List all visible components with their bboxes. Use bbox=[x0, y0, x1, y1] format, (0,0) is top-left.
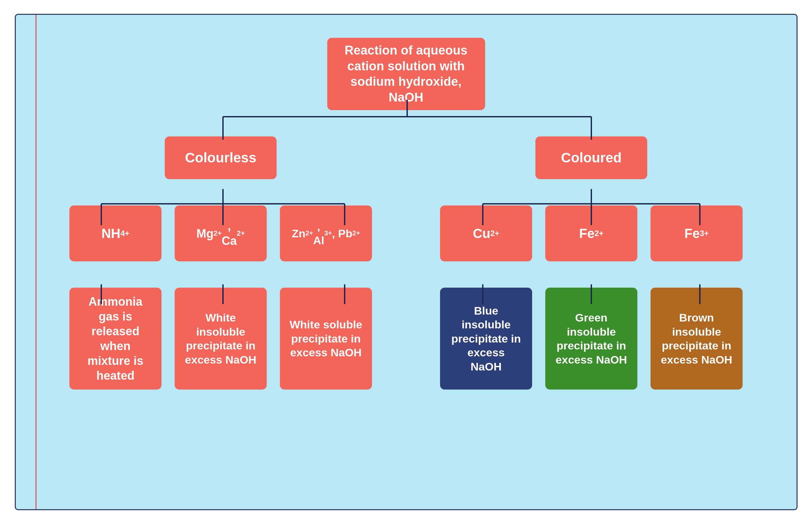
level2-row: NH4+ Mg2+,Ca2+ Zn2+,Al3+, Pb2+ Cu2+ Fe2+… bbox=[35, 206, 777, 261]
brown-node: Brown insoluble precipitate in excess Na… bbox=[651, 288, 743, 390]
level1-row: Colourless Coloured bbox=[35, 136, 777, 179]
coloured-results: Blue insoluble precipitate in excess NaO… bbox=[406, 288, 777, 390]
cu2-node: Cu2+ bbox=[440, 206, 532, 261]
root-level: Reaction of aqueous cation solution with… bbox=[327, 38, 485, 110]
coloured-node: Coloured bbox=[535, 136, 647, 179]
coloured-children: Cu2+ Fe2+ Fe3+ bbox=[406, 206, 777, 261]
root-node: Reaction of aqueous cation solution with… bbox=[327, 38, 485, 110]
mg-ca-node: Mg2+,Ca2+ bbox=[175, 206, 267, 261]
blue-node: Blue insoluble precipitate in excess NaO… bbox=[440, 288, 532, 390]
colourless-results: Ammonia gas is released when mixture is … bbox=[35, 288, 406, 390]
ammonia-node: Ammonia gas is released when mixture is … bbox=[69, 288, 161, 390]
level3-row: Ammonia gas is released when mixture is … bbox=[35, 288, 777, 390]
colourless-node: Colourless bbox=[165, 136, 277, 179]
fe3-node: Fe3+ bbox=[651, 206, 743, 261]
colourless-children: NH4+ Mg2+,Ca2+ Zn2+,Al3+, Pb2+ bbox=[35, 206, 406, 261]
white-insol-node: White insoluble precipitate in excess Na… bbox=[175, 288, 267, 390]
diagram-page: Reaction of aqueous cation solution with… bbox=[15, 14, 797, 510]
green-node: Green insoluble precipitate in excess Na… bbox=[545, 288, 637, 390]
nh4-node: NH4+ bbox=[69, 206, 161, 261]
white-sol-node: White soluble precipitate in excess NaOH bbox=[280, 288, 372, 390]
fe2-node: Fe2+ bbox=[545, 206, 637, 261]
zn-al-pb-node: Zn2+,Al3+, Pb2+ bbox=[280, 206, 372, 261]
